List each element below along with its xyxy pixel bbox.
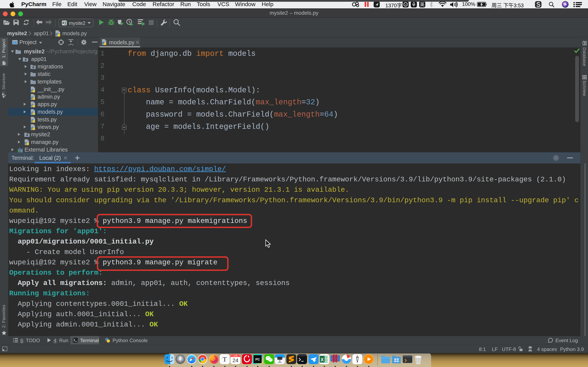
svg-text:24: 24 [232, 358, 238, 363]
svg-text:T: T [223, 356, 227, 363]
svg-text:PC: PC [255, 358, 260, 361]
svg-text:11月: 11月 [234, 355, 237, 357]
svg-text:X: X [320, 357, 324, 362]
